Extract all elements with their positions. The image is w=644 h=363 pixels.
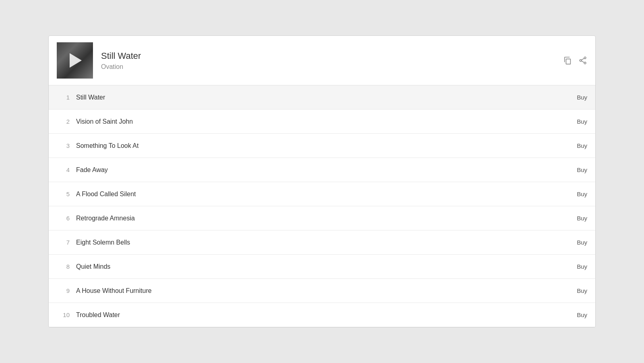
track-number: 3 xyxy=(57,142,70,149)
track-name: Vision of Saint John xyxy=(76,118,577,125)
track-name: Retrograde Amnesia xyxy=(76,215,577,222)
track-buy-button[interactable]: Buy xyxy=(577,94,587,101)
track-number: 5 xyxy=(57,191,70,197)
album-card: Still Water Ovation 1Still xyxy=(48,35,596,328)
share-icon[interactable] xyxy=(578,56,587,65)
track-number: 8 xyxy=(57,263,70,270)
album-header: Still Water Ovation xyxy=(49,36,595,85)
track-number: 7 xyxy=(57,239,70,246)
track-number: 4 xyxy=(57,166,70,173)
svg-point-1 xyxy=(584,57,586,59)
track-name: Still Water xyxy=(76,94,577,101)
track-buy-button[interactable]: Buy xyxy=(577,142,587,149)
album-artist: Ovation xyxy=(101,63,563,71)
track-row[interactable]: 5A Flood Called SilentBuy xyxy=(49,182,595,206)
track-list: 1Still WaterBuy2Vision of Saint JohnBuy3… xyxy=(49,85,595,327)
track-number: 1 xyxy=(57,94,70,101)
track-buy-button[interactable]: Buy xyxy=(577,239,587,246)
track-buy-button[interactable]: Buy xyxy=(577,311,587,318)
track-row[interactable]: 1Still WaterBuy xyxy=(49,85,595,110)
track-number: 6 xyxy=(57,215,70,222)
track-name: A Flood Called Silent xyxy=(76,191,577,198)
track-row[interactable]: 6Retrograde AmnesiaBuy xyxy=(49,206,595,230)
track-buy-button[interactable]: Buy xyxy=(577,287,587,294)
svg-line-4 xyxy=(582,58,584,60)
track-buy-button[interactable]: Buy xyxy=(577,118,587,125)
track-name: Fade Away xyxy=(76,166,577,174)
copy-icon[interactable] xyxy=(563,56,572,65)
album-art[interactable] xyxy=(57,42,93,79)
track-name: Troubled Water xyxy=(76,311,577,319)
track-buy-button[interactable]: Buy xyxy=(577,263,587,270)
track-row[interactable]: 3Something To Look AtBuy xyxy=(49,134,595,158)
track-row[interactable]: 8Quiet MindsBuy xyxy=(49,255,595,279)
track-name: A House Without Furniture xyxy=(76,287,577,295)
track-row[interactable]: 9A House Without FurnitureBuy xyxy=(49,279,595,303)
track-name: Something To Look At xyxy=(76,142,577,149)
track-number: 9 xyxy=(57,287,70,294)
svg-rect-0 xyxy=(566,59,570,64)
track-buy-button[interactable]: Buy xyxy=(577,166,587,173)
track-name: Eight Solemn Bells xyxy=(76,239,577,246)
track-row[interactable]: 7Eight Solemn BellsBuy xyxy=(49,230,595,255)
track-name: Quiet Minds xyxy=(76,263,577,270)
track-buy-button[interactable]: Buy xyxy=(577,215,587,222)
track-row[interactable]: 2Vision of Saint JohnBuy xyxy=(49,110,595,134)
track-row[interactable]: 10Troubled WaterBuy xyxy=(49,303,595,327)
track-number: 10 xyxy=(57,311,70,318)
track-buy-button[interactable]: Buy xyxy=(577,191,587,197)
album-info: Still Water Ovation xyxy=(101,50,563,71)
header-actions xyxy=(563,56,587,65)
svg-point-3 xyxy=(584,62,586,64)
track-row[interactable]: 4Fade AwayBuy xyxy=(49,158,595,182)
track-number: 2 xyxy=(57,118,70,125)
album-art-overlay xyxy=(57,42,93,79)
svg-line-5 xyxy=(582,61,584,62)
play-icon xyxy=(70,53,82,68)
svg-point-2 xyxy=(580,60,582,62)
album-title: Still Water xyxy=(101,50,563,62)
